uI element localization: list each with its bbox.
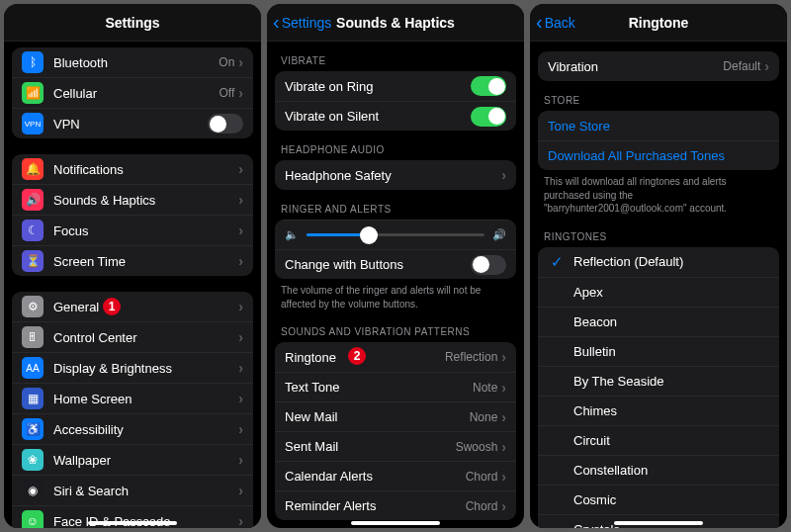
row-tone-store[interactable]: Tone Store: [538, 111, 779, 140]
group-footer-ringer: The volume of the ringer and alerts will…: [267, 279, 524, 312]
row-screen-time[interactable]: ⏳Screen Time›: [12, 245, 253, 276]
navbar: ‹Back Ringtone: [530, 4, 787, 42]
row-cellular[interactable]: 📶CellularOff›: [12, 77, 253, 108]
speaker-high-icon: 🔊: [492, 228, 506, 241]
back-button[interactable]: ‹Back: [530, 11, 575, 34]
group-footer-store: This will download all ringtones and ale…: [530, 170, 787, 218]
row-value: Off: [220, 86, 235, 100]
row-tone-reflection-default-[interactable]: ✓Reflection (Default): [538, 247, 779, 277]
row-label: Accessibility: [53, 422, 238, 437]
chevron-left-icon: ‹: [536, 11, 543, 34]
accessibility-icon: ♿: [22, 418, 44, 440]
row-tone-circuit[interactable]: Circuit: [538, 425, 779, 455]
row-siri-search[interactable]: ◉Siri & Search›: [12, 475, 253, 505]
sound-icon: 🔊: [22, 189, 44, 211]
volume-slider-row: 🔈 🔊: [275, 220, 516, 249]
row-label: Wallpaper: [53, 453, 238, 468]
row-label: Notifications: [53, 162, 238, 177]
row-bluetooth[interactable]: ᛒBluetoothOn›: [12, 47, 253, 77]
row-vibrate-on-silent[interactable]: Vibrate on Silent: [275, 101, 516, 131]
row-tone-bulletin[interactable]: Bulletin: [538, 336, 779, 366]
group-header-sounds: SOUNDS AND VIBRATION PATTERNS: [267, 312, 524, 342]
group-header-ringtones: RINGTONES: [530, 218, 787, 247]
chevron-right-icon: ›: [501, 380, 506, 396]
row-vibration[interactable]: Vibration Default ›: [538, 51, 779, 81]
row-tone-chimes[interactable]: Chimes: [538, 396, 779, 425]
chevron-right-icon: ›: [238, 253, 243, 269]
chevron-right-icon: ›: [501, 409, 506, 425]
row-control-center[interactable]: 🎚Control Center›: [12, 321, 253, 352]
row-tone-apex[interactable]: Apex: [538, 277, 779, 307]
row-headphone-safety[interactable]: Headphone Safety ›: [275, 160, 516, 190]
row-vpn[interactable]: VPNVPN: [12, 108, 253, 138]
gear-icon: ⚙: [22, 296, 44, 317]
speaker-low-icon: 🔈: [285, 228, 299, 241]
chevron-right-icon: ›: [238, 391, 243, 406]
row-accessibility[interactable]: ♿Accessibility›: [12, 413, 253, 444]
chevron-right-icon: ›: [238, 421, 243, 437]
volume-slider[interactable]: [307, 233, 484, 236]
row-download-all-purchased-tones[interactable]: Download All Purchased Tones: [538, 140, 779, 170]
toggle[interactable]: [471, 76, 506, 96]
row-tone-beacon[interactable]: Beacon: [538, 307, 779, 336]
chevron-right-icon: ›: [501, 167, 506, 183]
row-vibrate-on-ring[interactable]: Vibrate on Ring: [275, 71, 516, 101]
toggle[interactable]: [208, 114, 243, 133]
flower-icon: ❀: [22, 449, 44, 471]
faceid-icon: ☺: [22, 510, 44, 528]
group-header-ringer: RINGER AND ALERTS: [267, 190, 524, 220]
chevron-right-icon: ›: [238, 483, 243, 498]
grid-icon: ▦: [22, 388, 44, 409]
row-wallpaper[interactable]: ❀Wallpaper›: [12, 444, 253, 475]
row-tone-cosmic[interactable]: Cosmic: [538, 485, 779, 514]
chevron-left-icon: ‹: [273, 11, 280, 34]
ringtone-scroll[interactable]: Vibration Default › STORE Tone StoreDown…: [530, 42, 787, 528]
row-sounds-haptics[interactable]: 🔊Sounds & Haptics›: [12, 184, 253, 215]
row-label: Display & Brightness: [53, 361, 238, 376]
chevron-right-icon: ›: [238, 299, 243, 314]
back-button[interactable]: ‹Settings: [267, 11, 331, 34]
row-text-tone[interactable]: Text ToneNote›: [275, 372, 516, 401]
nav-title: Settings: [4, 15, 261, 31]
settings-scroll[interactable]: ᛒBluetoothOn›📶CellularOff›VPNVPN 🔔Notifi…: [4, 42, 261, 528]
home-indicator[interactable]: [351, 521, 440, 525]
step-badge: 1: [103, 298, 121, 315]
chevron-right-icon: ›: [238, 54, 243, 70]
row-focus[interactable]: ☾Focus›: [12, 215, 253, 245]
row-home-screen[interactable]: ▦Home Screen›: [12, 383, 253, 413]
row-ringtone[interactable]: Ringtone2Reflection›: [275, 342, 516, 372]
chevron-right-icon: ›: [238, 513, 243, 528]
chevron-right-icon: ›: [501, 439, 506, 455]
navbar: ‹Settings Sounds & Haptics: [267, 4, 524, 42]
chevron-right-icon: ›: [501, 349, 506, 365]
row-label: Cellular: [53, 86, 220, 101]
row-tone-constellation[interactable]: Constellation: [538, 455, 779, 485]
row-notifications[interactable]: 🔔Notifications›: [12, 154, 253, 184]
group-header-store: STORE: [530, 81, 787, 111]
row-general[interactable]: ⚙General1›: [12, 292, 253, 321]
row-label: Bluetooth: [53, 55, 219, 70]
row-new-mail[interactable]: New MailNone›: [275, 401, 516, 431]
chevron-right-icon: ›: [238, 192, 243, 208]
row-sent-mail[interactable]: Sent MailSwoosh›: [275, 431, 516, 461]
row-change-with-buttons[interactable]: Change with Buttons: [275, 249, 516, 279]
row-calendar-alerts[interactable]: Calendar AlertsChord›: [275, 461, 516, 490]
row-tone-by-the-seaside[interactable]: By The Seaside: [538, 366, 779, 396]
sounds-pane: ‹Settings Sounds & Haptics VIBRATE Vibra…: [267, 4, 524, 528]
toggle-change-with-buttons[interactable]: [471, 255, 506, 275]
checkmark-icon: ✓: [548, 253, 566, 271]
home-indicator[interactable]: [614, 521, 703, 525]
row-display-brightness[interactable]: AADisplay & Brightness›: [12, 352, 253, 383]
row-label: VPN: [53, 117, 208, 132]
chevron-right-icon: ›: [501, 469, 506, 485]
settings-pane: Settings ᛒBluetoothOn›📶CellularOff›VPNVP…: [4, 4, 261, 528]
row-label: Home Screen: [53, 392, 238, 406]
row-label: Control Center: [53, 330, 238, 345]
home-indicator[interactable]: [88, 521, 177, 525]
sounds-scroll[interactable]: VIBRATE Vibrate on RingVibrate on Silent…: [267, 42, 524, 528]
row-reminder-alerts[interactable]: Reminder AlertsChord›: [275, 490, 516, 520]
toggle[interactable]: [471, 107, 506, 127]
chevron-right-icon: ›: [238, 85, 243, 101]
group-header-vibrate: VIBRATE: [267, 42, 524, 71]
cellular-icon: 📶: [22, 82, 44, 104]
